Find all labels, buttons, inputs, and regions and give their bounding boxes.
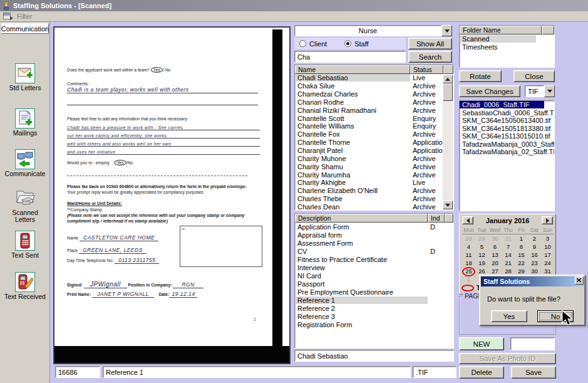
doc-type-field[interactable]: Reference 1: [103, 366, 411, 378]
staff-row[interactable]: Chantelle ScottEnquiry: [295, 114, 453, 122]
staff-row[interactable]: Charity MuhoneArchive: [295, 154, 453, 162]
folder-row[interactable]: Timesheets: [460, 43, 554, 51]
column-header-description[interactable]: Description: [295, 214, 428, 223]
calendar-day[interactable]: 20: [488, 259, 502, 267]
calendar-day[interactable]: 10: [541, 243, 554, 251]
calendar-prev-icon[interactable]: [462, 216, 473, 224]
scrollbar-thumb[interactable]: [443, 83, 453, 101]
calendar-day[interactable]: 5: [475, 243, 488, 251]
description-row[interactable]: Fitness to Practice Certificate: [295, 255, 453, 263]
description-row[interactable]: Reference 1: [295, 296, 453, 304]
staff-row[interactable]: Chaka SilueArchive: [295, 82, 453, 90]
scroll-down-icon[interactable]: [443, 201, 453, 209]
calendar-day[interactable]: 8: [515, 243, 528, 251]
menu-item-filter[interactable]: Filter: [17, 13, 32, 20]
file-row[interactable]: TafadzwaMabanja_02_Staff.TIF: [460, 148, 554, 156]
file-list[interactable]: Chadi_0006_Staff.TIFSebastiaoChadi_0006_…: [459, 100, 555, 211]
category-combobox[interactable]: Nurse: [294, 25, 452, 36]
staff-row[interactable]: Chanan RodheArchive: [295, 98, 453, 107]
chevron-down-icon[interactable]: [544, 85, 555, 97]
file-row[interactable]: TafadzwaMabanja_0003_Staff.TIF: [460, 140, 554, 149]
sidebar-item-text-received[interactable]: Text Received: [0, 272, 50, 300]
delete-button[interactable]: Delete: [459, 366, 504, 379]
file-row[interactable]: SKM_C364e15050613400.tif: [460, 117, 554, 125]
description-row[interactable]: Reference 3: [295, 312, 453, 320]
calendar-day[interactable]: 31: [502, 234, 515, 243]
calendar-day[interactable]: 4: [462, 243, 475, 251]
file-row[interactable]: SKM_C364e15051813380.tif: [460, 125, 554, 133]
dialog-close-icon[interactable]: [575, 276, 584, 285]
sidebar-item-communicate[interactable]: Communicate: [0, 149, 50, 177]
sidebar-item-std-letters[interactable]: Std Letters: [0, 63, 50, 92]
description-list[interactable]: Description Ind Application FormDApprais…: [294, 213, 454, 349]
dialog-yes-button[interactable]: Yes: [491, 310, 527, 322]
calendar-day[interactable]: 14: [502, 251, 515, 259]
staff-row[interactable]: Chantelle WilliamsEnquiry: [295, 122, 453, 130]
save-as-photo-id-button[interactable]: Save As Photo ID: [459, 353, 556, 364]
format-combobox[interactable]: TIF: [525, 85, 555, 97]
calendar-day[interactable]: 17: [541, 251, 554, 259]
calendar-day[interactable]: 30: [488, 234, 502, 243]
record-id-field[interactable]: 16686: [55, 366, 100, 378]
calendar-day[interactable]: 28: [462, 234, 475, 243]
calendar-day[interactable]: 1: [462, 275, 475, 283]
calendar-day[interactable]: 25: [462, 267, 475, 275]
calendar-day[interactable]: 21: [502, 259, 515, 267]
staff-row[interactable]: Charlene Elizabeth O'NeillArchive: [295, 187, 453, 195]
staff-row[interactable]: Chantelle ThorneApplication: [295, 139, 453, 147]
description-row[interactable]: Application FormD: [295, 223, 453, 231]
column-header-status[interactable]: Status: [410, 65, 443, 74]
file-row[interactable]: Chadi_0006_Staff.TIF: [460, 101, 554, 109]
tab-communication[interactable]: Communication: [1, 23, 49, 34]
staff-row[interactable]: Charity AkhigbeLive: [295, 179, 453, 187]
calendar-next-icon[interactable]: [542, 216, 553, 224]
calendar-day[interactable]: 23: [528, 259, 541, 267]
search-input[interactable]: Cha: [294, 51, 406, 63]
calendar-day[interactable]: 29: [475, 234, 488, 243]
description-row[interactable]: Appraisal form: [295, 231, 453, 239]
folder-row[interactable]: Scanned: [460, 34, 554, 43]
calendar-day[interactable]: 18: [462, 259, 475, 267]
calendar-day[interactable]: 22: [515, 259, 528, 267]
calendar-day[interactable]: 12: [475, 251, 488, 259]
file-row[interactable]: SebastiaoChadi_0006_Staff.TIF: [460, 109, 554, 117]
staff-row[interactable]: Chamedzai CharlesArchive: [295, 90, 453, 98]
document-preview[interactable]: Does the applicant work well within a te…: [53, 26, 291, 364]
scroll-up-icon[interactable]: [443, 75, 453, 83]
calendar-day[interactable]: 1: [515, 234, 528, 243]
calendar-day[interactable]: 15: [515, 251, 528, 259]
radio-client[interactable]: Client: [299, 40, 327, 48]
new-button[interactable]: NEW: [459, 337, 504, 350]
staff-row[interactable]: Charles DeanArchive: [295, 203, 453, 211]
staff-list[interactable]: Name Status Chadi SebastiaoLiveChaka Sil…: [294, 65, 454, 211]
calendar-day[interactable]: 16: [528, 251, 541, 259]
description-row[interactable]: Pre Employment Questionnaire: [295, 288, 453, 296]
calendar-day[interactable]: 13: [488, 251, 502, 259]
calendar-day[interactable]: 11: [462, 251, 475, 259]
description-row[interactable]: Interview: [295, 263, 453, 271]
extension-field[interactable]: .TIF: [413, 366, 456, 378]
save-button[interactable]: Save: [511, 366, 556, 379]
column-header-folder[interactable]: Folder Name: [460, 26, 542, 34]
show-all-button[interactable]: Show All: [408, 38, 452, 50]
sidebar-item-text-sent[interactable]: Text Sent: [0, 231, 50, 259]
chevron-down-icon[interactable]: [441, 25, 452, 36]
file-row[interactable]: SKM_C364e15113015010.tif: [460, 132, 554, 140]
radio-staff[interactable]: Staff: [344, 40, 368, 48]
calendar-day[interactable]: 19: [475, 259, 488, 267]
column-header-ind[interactable]: Ind: [428, 214, 445, 223]
staff-row[interactable]: Chadi SebastiaoLive: [295, 74, 453, 82]
sidebar-item-scanned-letters[interactable]: Scanned Letters: [0, 188, 50, 223]
close-button[interactable]: Close: [513, 70, 555, 82]
calendar-day[interactable]: 2: [528, 234, 541, 243]
description-row[interactable]: Registration Form: [295, 320, 453, 328]
staff-row[interactable]: Chantelle FoxArchive: [295, 130, 453, 139]
rotate-button[interactable]: Rotate: [459, 70, 502, 82]
staff-list-scrollbar[interactable]: [443, 75, 453, 209]
sidebar-item-mailings[interactable]: Mailings: [0, 108, 50, 137]
staff-row[interactable]: Charity MarumhaArchive: [295, 171, 453, 179]
description-row[interactable]: Assessment Form: [295, 239, 453, 247]
calendar-day[interactable]: 24: [541, 259, 554, 267]
staff-row[interactable]: Charanjit PatelApplication: [295, 147, 453, 155]
description-row[interactable]: Passport: [295, 280, 453, 288]
